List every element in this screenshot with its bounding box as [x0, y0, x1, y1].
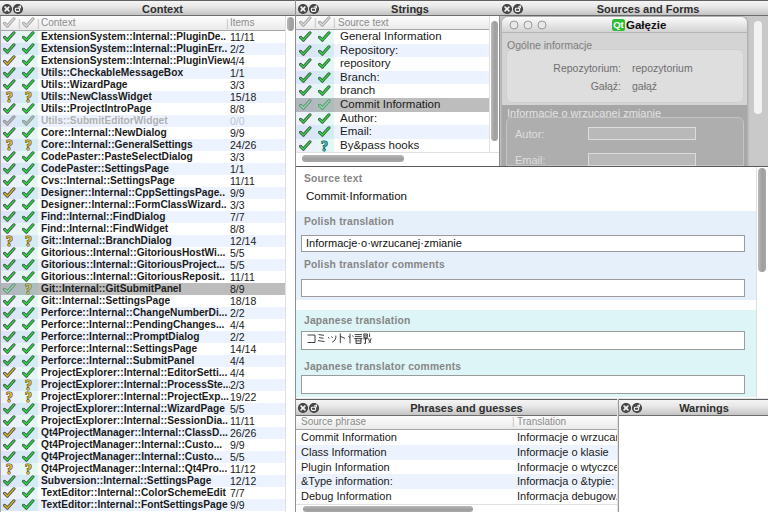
svg-text:?: ?: [25, 91, 32, 103]
svg-text:?: ?: [25, 235, 32, 247]
svg-text:?: ?: [25, 391, 32, 403]
svg-text:?: ?: [6, 463, 13, 475]
svg-text:?: ?: [6, 91, 13, 103]
svg-text:?: ?: [25, 379, 32, 391]
svg-text:?: ?: [25, 139, 32, 151]
svg-text:?: ?: [6, 235, 13, 247]
svg-text:?: ?: [6, 139, 13, 151]
svg-text:?: ?: [25, 463, 32, 475]
svg-text:?: ?: [25, 283, 32, 295]
svg-text:?: ?: [6, 391, 13, 403]
